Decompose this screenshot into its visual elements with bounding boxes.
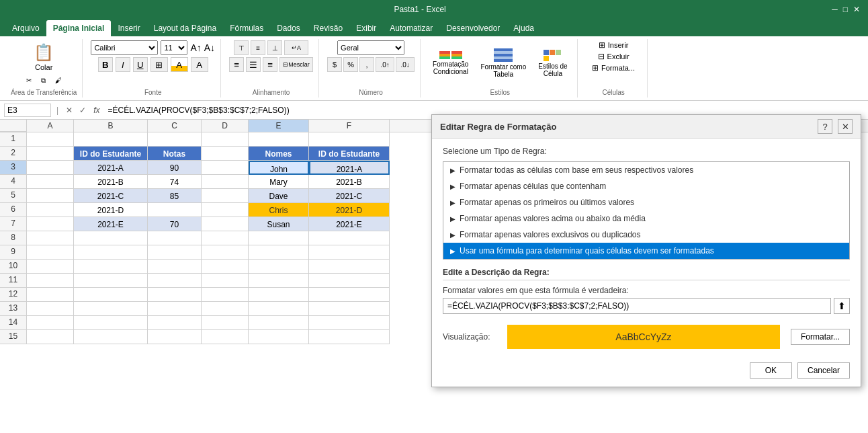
cell-c1[interactable]	[148, 132, 202, 147]
cell-e13[interactable]	[249, 302, 309, 316]
cell-a15[interactable]	[27, 330, 74, 344]
cell-f15[interactable]	[309, 330, 390, 344]
rule-item-3[interactable]: ▶ Formatar apenas valores acima ou abaix…	[443, 210, 849, 227]
insert-label[interactable]: Inserir	[608, 41, 629, 49]
border-button[interactable]: ⊞	[150, 57, 168, 72]
row-header-3[interactable]: 3	[0, 161, 27, 175]
cancel-formula-icon[interactable]: ✕	[64, 106, 75, 115]
row-header-8[interactable]: 8	[0, 231, 27, 245]
cell-e15[interactable]	[249, 330, 309, 344]
cell-b3[interactable]: 2021-A	[74, 161, 148, 175]
cell-b1[interactable]	[74, 132, 148, 147]
cut-button[interactable]: ✂	[22, 75, 36, 86]
cell-a8[interactable]	[27, 231, 74, 245]
cell-e4[interactable]: Mary	[249, 175, 309, 189]
cell-e1[interactable]	[249, 132, 309, 147]
cell-c15[interactable]	[148, 330, 202, 344]
row-header-11[interactable]: 11	[0, 274, 27, 288]
rule-item-2[interactable]: ▶ Formatar apenas os primeiros ou último…	[443, 194, 849, 210]
format-as-table-button[interactable]: Formatar como Tabela	[476, 46, 530, 81]
cell-b15[interactable]	[74, 330, 148, 344]
rule-item-4[interactable]: ▶ Formatar apenas valores exclusivos ou …	[443, 227, 849, 243]
cell-e11[interactable]	[249, 274, 309, 288]
merge-cells-button[interactable]: ⊟Mesclar	[279, 57, 313, 72]
cell-b2[interactable]: ID do Estudante	[74, 147, 148, 161]
name-box[interactable]	[4, 104, 51, 117]
confirm-formula-icon[interactable]: ✓	[77, 106, 88, 115]
currency-button[interactable]: $	[327, 57, 342, 72]
cell-d11[interactable]	[202, 274, 249, 288]
format-button[interactable]: Formatar...	[791, 329, 850, 345]
row-header-10[interactable]: 10	[0, 260, 27, 274]
tab-dados[interactable]: Dados	[270, 20, 307, 36]
cell-a11[interactable]	[27, 274, 74, 288]
cell-a1[interactable]	[27, 132, 74, 147]
format-painter-button[interactable]: 🖌	[51, 75, 66, 86]
cell-c9[interactable]	[148, 245, 202, 260]
row-header-13[interactable]: 13	[0, 302, 27, 316]
cell-d3[interactable]	[202, 161, 249, 175]
tab-inserir[interactable]: Inserir	[111, 20, 146, 36]
cell-e9[interactable]	[249, 245, 309, 260]
row-header-6[interactable]: 6	[0, 203, 27, 217]
cell-d10[interactable]	[202, 260, 249, 274]
cell-a12[interactable]	[27, 288, 74, 302]
rule-item-1[interactable]: ▶ Formatar apenas células que contenham	[443, 178, 849, 194]
cell-f8[interactable]	[309, 231, 390, 245]
dialog-close-button[interactable]: ✕	[838, 119, 853, 134]
dialog-help-button[interactable]: ?	[818, 119, 832, 134]
copy-button[interactable]: ⧉	[37, 75, 50, 86]
cell-c8[interactable]	[148, 231, 202, 245]
cell-b8[interactable]	[74, 231, 148, 245]
cell-d8[interactable]	[202, 231, 249, 245]
cell-e3[interactable]: John	[249, 161, 309, 175]
tab-automatizar[interactable]: Automatizar	[383, 20, 439, 36]
row-header-5[interactable]: 5	[0, 189, 27, 203]
fill-color-button[interactable]: A	[171, 57, 188, 72]
cell-b11[interactable]	[74, 274, 148, 288]
font-size-select[interactable]: 11	[161, 40, 187, 55]
cell-d14[interactable]	[202, 316, 249, 330]
row-header-15[interactable]: 15	[0, 330, 27, 344]
number-format-select[interactable]: Geral	[337, 40, 404, 55]
cell-f9[interactable]	[309, 245, 390, 260]
row-header-9[interactable]: 9	[0, 245, 27, 260]
tab-ajuda[interactable]: Ajuda	[507, 20, 541, 36]
minimize-btn[interactable]: ─	[832, 5, 838, 14]
col-header-f[interactable]: F	[309, 120, 390, 132]
align-bottom-button[interactable]: ⊥	[267, 40, 282, 55]
cell-f1[interactable]	[309, 132, 390, 147]
cell-f3[interactable]: 2021-A	[309, 161, 390, 175]
cell-f2[interactable]: ID do Estudante	[309, 147, 390, 161]
align-right-button[interactable]: ≡	[263, 57, 277, 72]
ok-button[interactable]: OK	[750, 362, 792, 379]
cell-e8[interactable]	[249, 231, 309, 245]
row-header-1[interactable]: 1	[0, 132, 27, 147]
cell-f14[interactable]	[309, 316, 390, 330]
cell-c6[interactable]	[148, 203, 202, 217]
cell-a14[interactable]	[27, 316, 74, 330]
increase-decimal-button[interactable]: .0↑	[376, 57, 394, 72]
cell-c13[interactable]	[148, 302, 202, 316]
col-header-b[interactable]: B	[74, 120, 148, 132]
tab-pagina-inicial[interactable]: Página Inicial	[46, 20, 112, 36]
cell-e6[interactable]: Chris	[249, 203, 309, 217]
cell-a4[interactable]	[27, 175, 74, 189]
tab-exibir[interactable]: Exibir	[349, 20, 383, 36]
cell-b7[interactable]: 2021-E	[74, 217, 148, 231]
cell-b12[interactable]	[74, 288, 148, 302]
col-header-c[interactable]: C	[148, 120, 202, 132]
rule-item-5[interactable]: ▶ Usar uma fórmula para determinar quais…	[443, 243, 849, 259]
cell-f6[interactable]: 2021-D	[309, 203, 390, 217]
cell-d1[interactable]	[202, 132, 249, 147]
paste-button[interactable]: 📋 Colar	[30, 40, 58, 74]
rule-item-0[interactable]: ▶ Formatar todas as células com base em …	[443, 162, 849, 178]
cell-d13[interactable]	[202, 302, 249, 316]
row-header-2[interactable]: 2	[0, 147, 27, 161]
cell-b14[interactable]	[74, 316, 148, 330]
cell-f10[interactable]	[309, 260, 390, 274]
cell-d2[interactable]	[202, 147, 249, 161]
percent-button[interactable]: %	[343, 57, 358, 72]
cell-e5[interactable]: Dave	[249, 189, 309, 203]
font-family-select[interactable]: Calibri	[91, 40, 158, 55]
